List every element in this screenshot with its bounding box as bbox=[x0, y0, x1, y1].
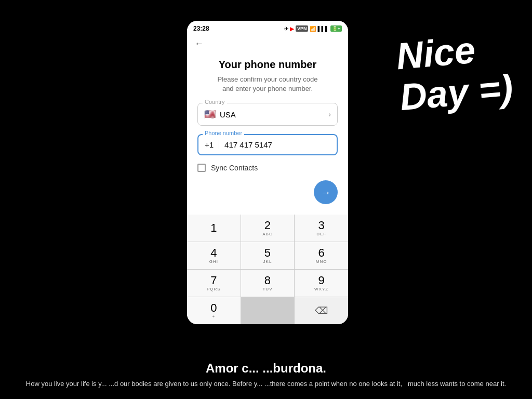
main-content: Your phone number Please confirm your co… bbox=[187, 54, 348, 215]
key-7[interactable]: 7 PQRS bbox=[187, 270, 241, 297]
nice-day-text: Nice Day =) bbox=[394, 26, 514, 118]
chevron-right-icon: › bbox=[328, 110, 331, 118]
key-3[interactable]: 3 DEF bbox=[295, 215, 348, 242]
key-8-letters: TUV bbox=[262, 287, 272, 291]
key-backspace[interactable]: ⌫ bbox=[295, 297, 348, 324]
page-subtitle: Please confirm your country codeand ente… bbox=[197, 75, 338, 94]
backspace-icon: ⌫ bbox=[315, 305, 328, 316]
key-0[interactable]: 0 + bbox=[187, 297, 241, 324]
sync-contacts-checkbox[interactable] bbox=[197, 164, 206, 172]
signal-icon: ▌▌▌ bbox=[317, 26, 328, 32]
key-9-number: 9 bbox=[318, 275, 325, 286]
key-0-number: 0 bbox=[210, 302, 217, 314]
status-bar: 23:28 ✈ ▶ VPN 📶 ▌▌▌ 🔋+ bbox=[187, 21, 348, 34]
key-5[interactable]: 5 JKL bbox=[241, 242, 295, 269]
key-7-letters: PQRS bbox=[207, 287, 221, 291]
country-flag: 🇺🇸 bbox=[204, 109, 216, 120]
key-1-number: 1 bbox=[210, 222, 217, 234]
key-6-letters: MNO bbox=[316, 259, 327, 264]
page-title: Your phone number bbox=[197, 59, 338, 71]
key-6-number: 6 bbox=[318, 247, 325, 259]
status-time: 23:28 bbox=[193, 25, 209, 32]
bg-title: Amor c... ...burdona. bbox=[10, 361, 522, 376]
country-code: +1 bbox=[205, 140, 219, 149]
battery-icon: 🔋+ bbox=[330, 25, 342, 32]
key-4-letters: GHI bbox=[209, 259, 218, 264]
key-3-number: 3 bbox=[318, 220, 325, 231]
wifi-icon: 📶 bbox=[310, 26, 316, 32]
sync-contacts-label: Sync Contacts bbox=[211, 164, 258, 172]
key-9[interactable]: 9 WXYZ bbox=[295, 270, 348, 297]
key-8-number: 8 bbox=[264, 275, 271, 286]
submit-arrow-icon: → bbox=[321, 187, 331, 198]
key-2-number: 2 bbox=[264, 220, 271, 231]
submit-row: → bbox=[197, 180, 338, 204]
key-5-number: 5 bbox=[264, 247, 271, 259]
vpn-indicator: VPN bbox=[296, 25, 309, 32]
back-arrow-icon: ← bbox=[194, 38, 204, 49]
key-7-number: 7 bbox=[210, 275, 217, 286]
phone-number-value: 417 417 5147 bbox=[224, 140, 330, 149]
country-name: USA bbox=[220, 110, 236, 119]
key-4[interactable]: 4 GHI bbox=[187, 242, 241, 269]
phone-frame: 23:28 ✈ ▶ VPN 📶 ▌▌▌ 🔋+ ← Your phone numb… bbox=[187, 21, 348, 324]
phone-input-field[interactable]: +1 417 417 5147 bbox=[197, 134, 338, 155]
key-2[interactable]: 2 ABC bbox=[241, 215, 295, 242]
phone-label: Phone number bbox=[203, 130, 244, 136]
country-label: Country bbox=[203, 99, 227, 105]
key-8[interactable]: 8 TUV bbox=[241, 270, 295, 297]
youtube-icon: ▶ bbox=[290, 26, 294, 32]
key-0-letters: + bbox=[212, 314, 215, 319]
submit-button[interactable]: → bbox=[314, 180, 338, 204]
country-selector[interactable]: 🇺🇸 USA › bbox=[197, 103, 338, 126]
country-field-wrapper: Country 🇺🇸 USA › bbox=[197, 103, 338, 126]
key-6[interactable]: 6 MNO bbox=[295, 242, 348, 269]
status-icons: ✈ ▶ VPN 📶 ▌▌▌ 🔋+ bbox=[284, 25, 342, 32]
country-left: 🇺🇸 USA bbox=[204, 109, 236, 120]
phone-field-wrapper: Phone number +1 417 417 5147 bbox=[197, 134, 338, 155]
keypad: 1 2 ABC 3 DEF 4 GHI 5 JKL 6 MNO 7 PQRS bbox=[187, 215, 348, 324]
bg-bottom-overlay: Amor c... ...burdona. How you live your … bbox=[0, 356, 532, 400]
key-2-letters: ABC bbox=[262, 232, 272, 236]
telegram-icon: ✈ bbox=[284, 26, 288, 32]
key-1[interactable]: 1 bbox=[187, 215, 241, 242]
key-3-letters: DEF bbox=[316, 232, 326, 236]
key-9-letters: WXYZ bbox=[314, 287, 328, 291]
back-button[interactable]: ← bbox=[187, 34, 211, 54]
key-4-number: 4 bbox=[210, 247, 217, 259]
nice-text-line2: Day =) bbox=[398, 68, 514, 118]
key-5-letters: JKL bbox=[263, 259, 272, 264]
sync-contacts-row[interactable]: Sync Contacts bbox=[197, 164, 338, 172]
bg-subtitle: How you live your life is y... ...d our … bbox=[10, 379, 522, 389]
